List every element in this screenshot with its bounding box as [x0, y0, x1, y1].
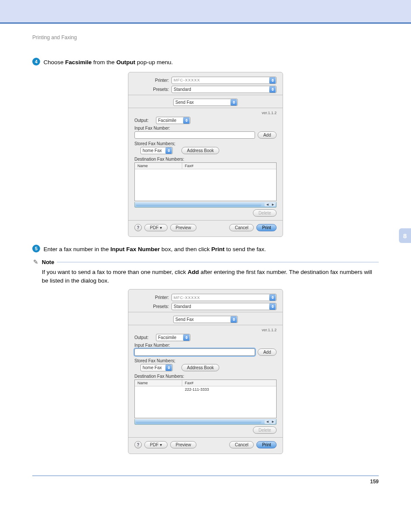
- note-icon: ✎: [32, 258, 39, 265]
- panel-select[interactable]: Send Fax: [173, 99, 238, 106]
- version-text: ver.1.1.2: [134, 328, 277, 332]
- version-text: ver.1.1.2: [134, 111, 277, 115]
- scroll-left-icon[interactable]: ◀: [265, 202, 270, 206]
- chevron-updown-icon: [269, 86, 276, 93]
- chevron-updown-icon: [165, 147, 172, 154]
- add-button[interactable]: Add: [258, 348, 277, 356]
- preview-button[interactable]: Preview: [170, 224, 197, 231]
- chevron-updown-icon: [269, 77, 276, 84]
- output-select[interactable]: Facsimile: [156, 334, 190, 341]
- stored-type-select[interactable]: home Fax: [140, 147, 173, 154]
- col-name: Name: [135, 163, 182, 169]
- scroll-right-icon[interactable]: ▶: [270, 420, 275, 424]
- printer-label: Printer:: [134, 78, 171, 83]
- table-row[interactable]: 222-111-3333: [135, 386, 276, 392]
- col-fax: Fax#: [182, 163, 196, 169]
- step-badge-5: 5: [32, 245, 40, 252]
- col-fax: Fax#: [182, 380, 196, 386]
- panel-select[interactable]: Send Fax: [173, 316, 238, 323]
- delete-button[interactable]: Delete: [253, 426, 277, 434]
- help-icon[interactable]: ?: [134, 441, 142, 448]
- presets-label: Presets:: [134, 87, 171, 92]
- header-band: [0, 0, 411, 24]
- fax-cell: 222-111-3333: [182, 386, 212, 392]
- dest-table[interactable]: Name Fax#: [134, 162, 277, 201]
- fax-dialog-1: Printer: MFC-XXXXX Presets: Standard Sen…: [128, 72, 283, 237]
- page-number: 159: [0, 476, 411, 493]
- input-fax-field[interactable]: [134, 348, 255, 356]
- section-header: Printing and Faxing: [32, 34, 379, 40]
- chevron-updown-icon: [269, 294, 276, 301]
- address-book-button[interactable]: Address Book: [181, 364, 219, 371]
- printer-label: Printer:: [134, 295, 171, 300]
- presets-select[interactable]: Standard: [171, 303, 277, 310]
- step-5: 5 Enter a fax number in the Input Fax Nu…: [32, 245, 379, 254]
- stored-label: Stored Fax Numbers;: [134, 141, 277, 146]
- delete-button[interactable]: Delete: [253, 209, 277, 217]
- pdf-button[interactable]: PDF ▾: [144, 224, 168, 231]
- chevron-updown-icon: [183, 334, 190, 341]
- hscrollbar[interactable]: ◀▶: [134, 202, 277, 208]
- step-5-text: Enter a fax number in the Input Fax Numb…: [44, 245, 266, 254]
- step-4-text: Choose Facsimile from the Output pop-up …: [44, 58, 173, 67]
- printer-select[interactable]: MFC-XXXXX: [171, 294, 277, 301]
- scroll-right-icon[interactable]: ▶: [270, 202, 275, 206]
- dest-label: Destination Fax Numbers:: [134, 374, 277, 379]
- output-select[interactable]: Facsimile: [156, 117, 190, 124]
- add-button[interactable]: Add: [258, 131, 277, 139]
- printer-select[interactable]: MFC-XXXXX: [171, 77, 277, 84]
- address-book-button[interactable]: Address Book: [181, 147, 219, 154]
- note-header: ✎ Note: [32, 258, 379, 265]
- chevron-updown-icon: [230, 99, 237, 106]
- scroll-left-icon[interactable]: ◀: [265, 420, 270, 424]
- col-name: Name: [135, 380, 182, 386]
- stored-type-select[interactable]: home Fax: [140, 364, 173, 371]
- chapter-tab: 8: [399, 228, 411, 243]
- output-label: Output:: [134, 335, 153, 340]
- chevron-updown-icon: [165, 364, 172, 371]
- step-badge-4: 4: [32, 58, 40, 65]
- print-button[interactable]: Print: [256, 224, 277, 231]
- chevron-updown-icon: [183, 117, 190, 124]
- dest-label: Destination Fax Numbers:: [134, 157, 277, 162]
- input-fax-label: Input Fax Number:: [134, 343, 277, 348]
- note-label: Note: [42, 259, 54, 265]
- stored-label: Stored Fax Numbers;: [134, 358, 277, 363]
- output-label: Output:: [134, 118, 153, 123]
- chevron-updown-icon: [230, 316, 237, 323]
- presets-select[interactable]: Standard: [171, 86, 277, 93]
- input-fax-field[interactable]: [134, 131, 255, 139]
- dest-table[interactable]: Name Fax# 222-111-3333: [134, 380, 277, 418]
- cancel-button[interactable]: Cancel: [229, 224, 254, 231]
- pdf-button[interactable]: PDF ▾: [144, 441, 168, 448]
- preview-button[interactable]: Preview: [170, 441, 197, 448]
- cancel-button[interactable]: Cancel: [229, 441, 254, 448]
- help-icon[interactable]: ?: [134, 224, 142, 231]
- print-button[interactable]: Print: [256, 441, 277, 448]
- chevron-updown-icon: [269, 303, 276, 310]
- step-4: 4 Choose Facsimile from the Output pop-u…: [32, 58, 379, 67]
- fax-dialog-2: Printer: MFC-XXXXX Presets: Standard Sen…: [128, 289, 283, 454]
- presets-label: Presets:: [134, 304, 171, 309]
- input-fax-label: Input Fax Number:: [134, 126, 277, 131]
- hscrollbar[interactable]: ◀▶: [134, 419, 277, 425]
- note-body: If you want to send a fax to more than o…: [32, 268, 379, 285]
